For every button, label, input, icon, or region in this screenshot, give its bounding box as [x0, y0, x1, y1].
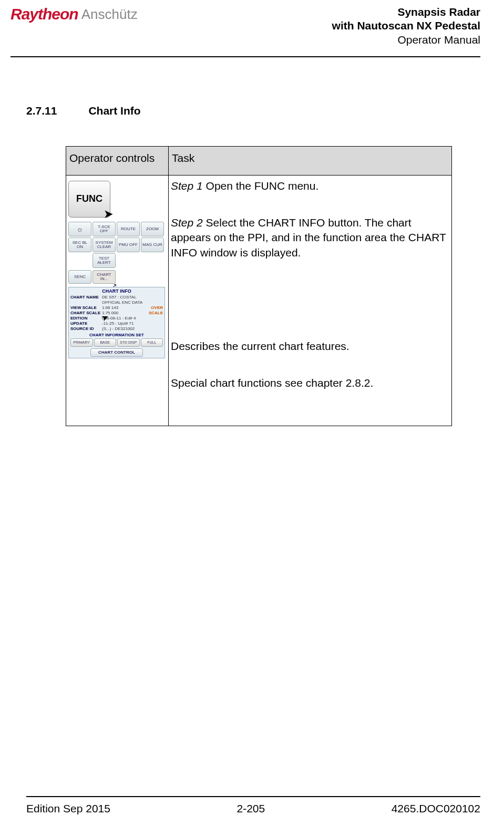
- logo-anschutz: Anschütz: [81, 6, 138, 23]
- zoom-button[interactable]: ZOOM: [141, 222, 164, 236]
- system-clear-button[interactable]: SYSTEM CLEAR: [92, 238, 116, 252]
- logo: Raytheon Anschütz: [11, 5, 138, 23]
- senc-button[interactable]: SENC: [68, 270, 91, 284]
- page-footer: Edition Sep 2015 2-205 4265.DOC020102: [26, 796, 480, 815]
- doc-title-block: Synapsis Radar with Nautoscan NX Pedesta…: [332, 5, 480, 47]
- th-task: Task: [169, 146, 452, 175]
- chart-control-button[interactable]: CHART CONTROL: [90, 348, 143, 357]
- footer-edition: Edition Sep 2015: [26, 802, 110, 815]
- brightness-button[interactable]: [68, 222, 91, 236]
- operator-controls-cell: FUNC ➤ T-SCE OFF ROUTE ZOOM SEC BL ON SY…: [66, 175, 169, 426]
- route-button[interactable]: ROUTE: [117, 222, 140, 236]
- func-button-label: FUNC: [76, 193, 102, 204]
- func-button[interactable]: FUNC ➤: [68, 181, 110, 218]
- page-header: Raytheon Anschütz Synapsis Radar with Na…: [11, 0, 480, 57]
- th-operator-controls: Operator controls: [66, 146, 169, 175]
- step-2-label: Step 2: [171, 216, 203, 229]
- step-1-label: Step 1: [171, 180, 203, 192]
- mag-cur-button[interactable]: MAG CUR: [141, 238, 164, 252]
- step-2-text: Select the CHART INFO button. The chart …: [171, 216, 446, 259]
- chart-info-title: CHART INFO: [70, 288, 163, 294]
- section-title: Chart Info: [88, 105, 140, 117]
- row-source-id: SOURCE ID (S...) - DE321002: [70, 326, 163, 331]
- footer-doc-id: 4265.DOC020102: [392, 802, 480, 815]
- preset-base-button[interactable]: BASE: [94, 338, 117, 347]
- preset-row: PRIMARY BASE STD DISP FULL: [70, 338, 163, 347]
- row-chart-name: CHART NAME DE S57 : COSTAL: [70, 295, 163, 300]
- doc-title-l1: Synapsis Radar: [332, 5, 480, 19]
- doc-title-l2: with Nautoscan NX Pedestal: [332, 19, 480, 33]
- section-heading: 2.7.11 Chart Info: [26, 105, 478, 117]
- row-chart-scale: CHART SCALE 1:75 000 SCALE: [70, 311, 163, 315]
- preset-full-button[interactable]: FULL: [141, 338, 163, 347]
- row-official: OFFICIAL ENC DATA: [70, 300, 163, 305]
- tsce-off-button[interactable]: T-SCE OFF: [92, 222, 116, 236]
- section-number: 2.7.11: [26, 105, 57, 117]
- procedure-table: Operator controls Task FUNC ➤ T-SCE OFF …: [66, 146, 452, 426]
- reference-text: Special chart functions see chapter 2.8.…: [171, 376, 449, 390]
- chart-info-panel: CHART INFO CHART NAME DE S57 : COSTAL OF…: [68, 287, 165, 358]
- row-edition: EDITION 006-08-11 - Ed# 4: [70, 316, 163, 321]
- preset-std-disp-button[interactable]: STD DISP: [117, 338, 140, 347]
- doc-title-l3: Operator Manual: [332, 33, 480, 47]
- step-1-text: Open the FUNC menu.: [203, 180, 319, 192]
- function-button-grid: T-SCE OFF ROUTE ZOOM SEC BL ON SYSTEM CL…: [68, 222, 166, 268]
- row-update: UPDATE -11-25 - Upd# 71: [70, 321, 163, 326]
- step-1: Step 1 Open the FUNC menu.: [171, 179, 449, 193]
- footer-page-number: 2-205: [236, 802, 265, 815]
- sec-bl-on-button[interactable]: SEC BL ON: [68, 238, 91, 252]
- step-2: Step 2 Select the CHART INFO button. The…: [171, 215, 449, 260]
- logo-raytheon: Raytheon: [11, 5, 78, 23]
- senc-row: SENC CHART IN...: [68, 270, 166, 284]
- pmu-off-button[interactable]: PMU OFF: [117, 238, 140, 252]
- description-text: Describes the current chart features.: [171, 339, 449, 354]
- preset-primary-button[interactable]: PRIMARY: [70, 338, 93, 347]
- row-view-scale: VIEW SCALE 1:68 143 OVER: [70, 305, 163, 310]
- chart-info-set-title: CHART INFORMATION SET: [70, 333, 163, 337]
- cursor-icon: ➤: [104, 208, 113, 220]
- chart-info-button[interactable]: CHART IN...: [92, 270, 116, 284]
- test-alert-button[interactable]: TEST ALERT: [92, 253, 116, 268]
- task-cell: Step 1 Open the FUNC menu. Step 2 Select…: [169, 175, 452, 426]
